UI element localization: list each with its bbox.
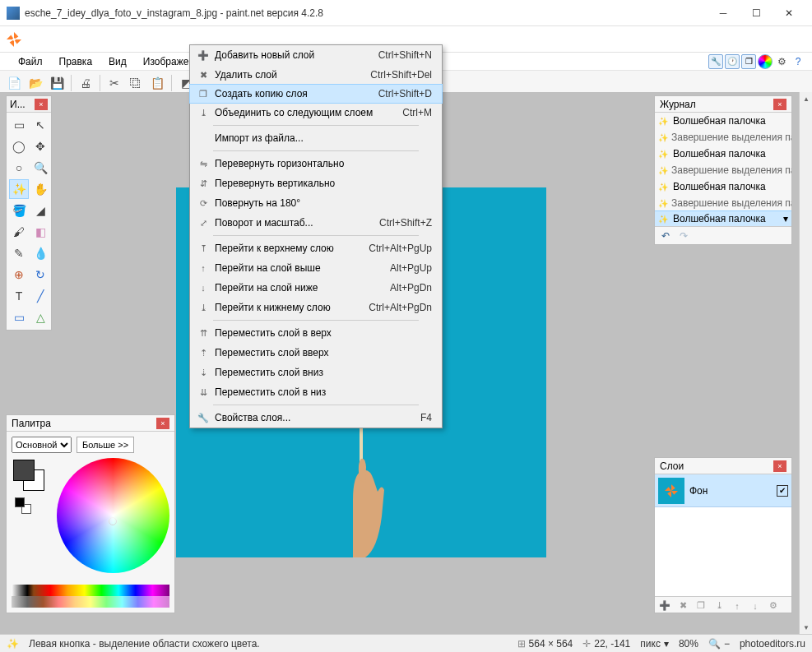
menu-add-layer[interactable]: ➕Добавить новый слойCtrl+Shift+N (190, 45, 442, 65)
menu-goto-top-layer[interactable]: ⤒Перейти к верхнему слоюCtrl+Alt+PgUp (190, 238, 442, 258)
menu-layer-properties[interactable]: 🔧Свойства слоя...F4 (190, 408, 442, 428)
paste-button[interactable]: 📋 (148, 74, 166, 92)
color-palette-row1[interactable] (12, 585, 169, 596)
colors-window-button[interactable] (758, 54, 773, 69)
eraser-tool[interactable]: ◧ (30, 222, 50, 242)
layer-properties-button[interactable]: ⚙ (767, 599, 780, 613)
history-item[interactable]: ✨Завершение выделения палочкой (655, 129, 791, 146)
foreground-color[interactable] (13, 460, 35, 481)
menu-goto-bottom-layer[interactable]: ⤓Перейти к нижнему слоюCtrl+Alt+PgDn (190, 298, 442, 317)
lasso-tool[interactable]: ◯ (9, 136, 29, 156)
statusbar: ✨ Левая кнопка - выделение области схоже… (0, 634, 812, 652)
print-button[interactable]: 🖨 (77, 74, 95, 92)
colors-panel-close[interactable]: × (156, 418, 169, 429)
menu-duplicate-layer[interactable]: ❐Создать копию слояCtrl+Shift+D (189, 84, 443, 104)
move-pixels-tool[interactable]: ✥ (30, 136, 50, 156)
move-layer-down-button[interactable]: ↓ (749, 599, 762, 613)
history-item[interactable]: ✨Завершение выделения палочкой (655, 195, 791, 211)
save-button[interactable]: 💾 (48, 74, 66, 92)
history-item[interactable]: ✨Волшебная палочка▾ (655, 210, 791, 226)
redo-button[interactable]: ↷ (676, 229, 691, 243)
layers-window-button[interactable]: ❐ (741, 54, 756, 69)
menu-file[interactable]: Файл (10, 53, 51, 70)
settings-button[interactable]: ⚙ (774, 54, 789, 69)
menu-edit[interactable]: Правка (51, 53, 101, 70)
menu-view[interactable]: Вид (100, 53, 135, 70)
move-selection-tool[interactable]: ↖ (30, 115, 50, 135)
clone-stamp-tool[interactable]: ⊕ (9, 265, 29, 284)
add-layer-button[interactable]: ➕ (658, 599, 671, 613)
scroll-down-icon[interactable]: ▼ (800, 621, 812, 634)
zoom-out-icon[interactable]: 🔍 (708, 638, 721, 650)
menu-flip-vertical[interactable]: ⇵Перевернуть вертикально (190, 173, 442, 193)
paint-bucket-tool[interactable]: 🪣 (9, 201, 29, 220)
undo-button[interactable]: ↶ (658, 229, 673, 243)
color-palette-row2[interactable] (12, 596, 169, 608)
layers-panel-close[interactable]: × (773, 460, 786, 472)
menu-rotate-zoom[interactable]: ⤢Поворот и масштаб...Ctrl+Shift+Z (190, 213, 442, 233)
brush-tool[interactable]: 🖌 (9, 222, 29, 242)
menu-import-file[interactable]: Импорт из файла... (190, 128, 442, 148)
history-item[interactable]: ✨Волшебная палочка (655, 178, 791, 195)
rect-select-tool[interactable]: ▭ (9, 115, 29, 135)
magic-wand-tool[interactable]: ✨ (9, 179, 29, 199)
position-icon: ✛ (582, 638, 591, 650)
zoom-tool[interactable]: 🔍 (30, 158, 50, 178)
menu-move-layer-bottom[interactable]: ⇊Переместить слой в низ (190, 382, 442, 402)
tools-window-button[interactable]: 🔧 (708, 54, 723, 69)
history-item[interactable]: ✨Волшебная палочка (655, 113, 791, 129)
copy-button[interactable]: ⿻ (127, 74, 145, 92)
menu-rotate-180[interactable]: ⟳Повернуть на 180° (190, 193, 442, 213)
merge-layer-button[interactable]: ⤓ (712, 599, 726, 613)
ellipse-select-tool[interactable]: ○ (9, 158, 29, 178)
menu-goto-layer-down[interactable]: ↓Перейти на слой нижеAlt+PgDn (190, 278, 442, 298)
fg-bg-swatches[interactable] (12, 458, 50, 581)
status-unit[interactable]: пикс (640, 638, 661, 650)
text-tool[interactable]: T (9, 286, 29, 306)
menu-move-layer-down[interactable]: ⇣Переместить слой вниз (190, 363, 442, 382)
history-window-button[interactable]: 🕐 (725, 54, 740, 69)
menu-merge-down[interactable]: ⤓Объединить со следующим слоемCtrl+M (190, 103, 442, 123)
status-hint: Левая кнопка - выделение области схожего… (29, 638, 260, 650)
menu-move-layer-up[interactable]: ⇡Переместить слой вверх (190, 343, 442, 363)
scroll-up-icon[interactable]: ▲ (800, 92, 812, 105)
menu-move-layer-top[interactable]: ⇈Переместить слой в верх (190, 323, 442, 343)
menu-delete-layer[interactable]: ✖Удалить слойCtrl+Shift+Del (190, 65, 442, 85)
duplicate-layer-button[interactable]: ❐ (694, 599, 708, 613)
color-picker-tool[interactable]: 💧 (30, 243, 50, 263)
close-button[interactable]: ✕ (773, 2, 805, 25)
wheel-cursor[interactable] (109, 517, 117, 525)
color-wheel[interactable] (57, 458, 169, 573)
layers-panel-title: Слои (660, 460, 773, 472)
status-zoom[interactable]: 80% (679, 638, 698, 650)
history-item[interactable]: ✨Завершение выделения палочкой (655, 162, 791, 178)
delete-layer-button[interactable]: ✖ (676, 599, 689, 613)
open-button[interactable]: 📂 (26, 74, 44, 92)
gradient-tool[interactable]: ◢ (30, 201, 50, 220)
maximize-button[interactable]: ☐ (740, 2, 773, 25)
shapes-tool[interactable]: △ (30, 308, 50, 327)
history-panel-close[interactable]: × (773, 99, 786, 110)
color-mode-select[interactable]: Основной (12, 437, 72, 453)
zoom-minus[interactable]: − (724, 638, 730, 650)
new-button[interactable]: 📄 (5, 74, 23, 92)
pan-tool[interactable]: ✋ (30, 179, 50, 199)
pencil-tool[interactable]: ✎ (9, 243, 29, 263)
tools-panel-close[interactable]: × (35, 99, 48, 110)
minimize-button[interactable]: ─ (707, 2, 740, 25)
cut-button[interactable]: ✂ (105, 74, 123, 92)
layer-item[interactable]: Фон ✔ (655, 474, 791, 507)
recolor-tool[interactable]: ↻ (30, 265, 50, 284)
vertical-scrollbar[interactable]: ▲ ▼ (799, 92, 812, 634)
more-button[interactable]: Больше >> (77, 437, 134, 453)
line-tool[interactable]: ╱ (30, 286, 50, 306)
history-item[interactable]: ✨Волшебная палочка (655, 146, 791, 162)
default-fg[interactable] (15, 497, 25, 507)
rectangle-tool[interactable]: ▭ (9, 308, 29, 327)
layer-visible-checkbox[interactable]: ✔ (777, 485, 788, 497)
menu-flip-horizontal[interactable]: ⇋Перевернуть горизонтально (190, 154, 442, 173)
move-layer-up-button[interactable]: ↑ (731, 599, 744, 613)
utility-buttons: 🔧 🕐 ❐ ⚙ ? (708, 53, 812, 70)
help-button[interactable]: ? (791, 54, 805, 69)
menu-goto-layer-up[interactable]: ↑Перейти на слой вышеAlt+PgUp (190, 258, 442, 278)
